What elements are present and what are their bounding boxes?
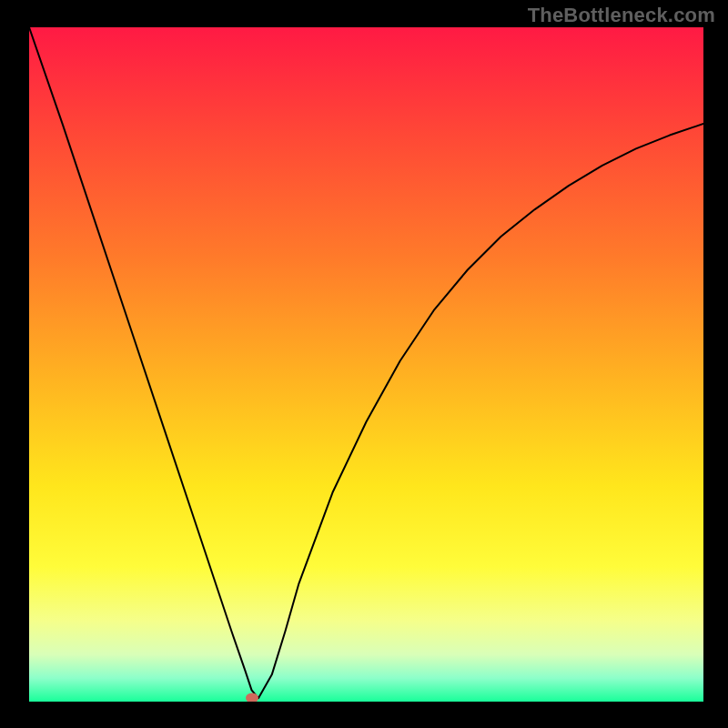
plot-area [29,27,703,702]
watermark-text: TheBottleneck.com [528,4,715,27]
chart-frame: TheBottleneck.com [0,0,728,728]
bottleneck-curve [29,27,703,702]
optimal-point-marker [246,693,258,702]
